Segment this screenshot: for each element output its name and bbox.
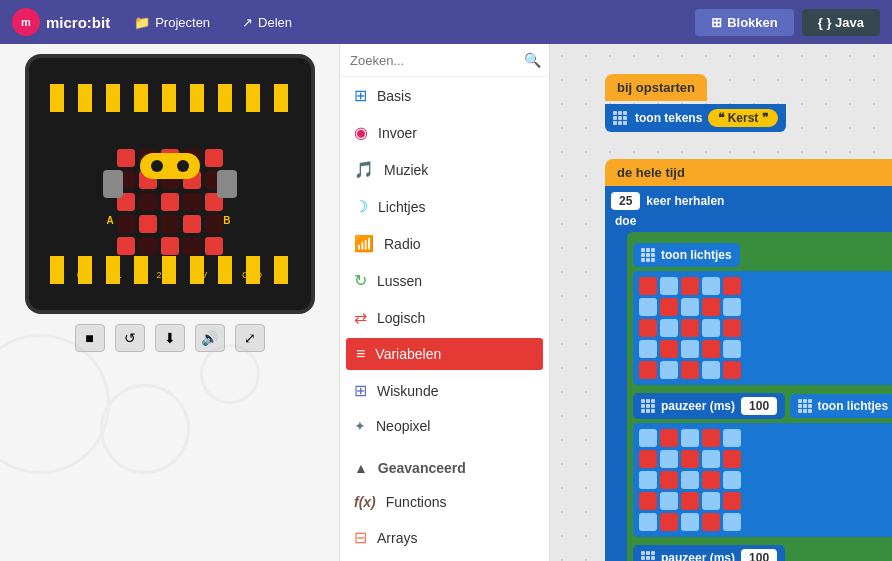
ld-r1c4 <box>702 277 720 295</box>
wiskunde-icon: ⊞ <box>354 381 367 400</box>
led-4-1 <box>139 237 157 255</box>
toolbox-advanced-header[interactable]: ▲ Geavanceerd <box>340 451 549 485</box>
blocks-icon: ⊞ <box>711 15 722 30</box>
lichtjes-icon: ☽ <box>354 197 368 216</box>
toolbox-item-neopixel[interactable]: ✦ Neopixel <box>340 409 549 443</box>
top-navigation: m micro:bit 📁 Projecten ↗ Delen ⊞ Blokke… <box>0 0 892 44</box>
tl-grid-icon-1 <box>641 248 655 262</box>
projects-nav-btn[interactable]: 📁 Projecten <box>126 11 218 34</box>
ld-r5c3 <box>681 361 699 379</box>
toon-lichtjes-label-2: toon lichtjes <box>818 399 889 413</box>
toolbox-item-functions[interactable]: f(x) Functions <box>340 485 549 519</box>
ld-r2c3 <box>681 298 699 316</box>
toolbox-item-logisch[interactable]: ⇄ Logisch <box>340 299 549 336</box>
ld-r4c3 <box>681 340 699 358</box>
toon-tekens-block[interactable]: toon tekens ❝ Kerst ❞ <box>605 104 786 132</box>
variabelen-icon: ≡ <box>356 345 365 363</box>
invoer-icon: ◉ <box>354 123 368 142</box>
ld-r1c2 <box>660 277 678 295</box>
led-2-3 <box>183 193 201 211</box>
toolbox-panel: 🔍 ⊞ Basis ◉ Invoer 🎵 Muziek ☽ Lichtjes 📶… <box>340 44 550 561</box>
led-3-3 <box>183 215 201 233</box>
java-button[interactable]: { } Java <box>802 9 880 36</box>
ld-r3c2 <box>660 319 678 337</box>
label-a: A <box>107 215 114 226</box>
led-grid-display-1 <box>633 271 892 385</box>
wiskunde-label: Wiskunde <box>377 383 438 399</box>
toolbox-item-wiskunde[interactable]: ⊞ Wiskunde <box>340 372 549 409</box>
ld-r5c1 <box>639 361 657 379</box>
keer-herhalen-row: 25 keer herhalen <box>611 192 892 210</box>
pauzeer-label-1: pauzeer (ms) <box>661 399 735 413</box>
toolbox-item-lichtjes[interactable]: ☽ Lichtjes <box>340 188 549 225</box>
block-group-opstarten[interactable]: bij opstarten toon tekens ❝ Kerst ❞ <box>605 74 892 132</box>
wm-circle-1 <box>0 334 110 474</box>
led-0-0 <box>117 149 135 167</box>
toolbox-item-lussen[interactable]: ↻ Lussen <box>340 262 549 299</box>
workspace[interactable]: bij opstarten toon tekens ❝ Kerst ❞ <box>550 44 892 561</box>
pin-gnd: GND <box>242 270 262 280</box>
folder-icon: 📁 <box>134 15 150 30</box>
toon-lichtjes-block-1[interactable]: toon lichtjes <box>633 243 740 267</box>
microbit-simulator: A B 0 1 2 3V GND <box>25 54 315 314</box>
ld-r3c4 <box>702 319 720 337</box>
keer-herhalen-label: keer herhalen <box>646 194 724 208</box>
bij-opstarten-label: bij opstarten <box>617 80 695 95</box>
toolbox-item-radio[interactable]: 📶 Radio <box>340 225 549 262</box>
led-4-3 <box>183 237 201 255</box>
ld-r3c1 <box>639 319 657 337</box>
logisch-icon: ⇄ <box>354 308 367 327</box>
bij-opstarten-block[interactable]: bij opstarten <box>605 74 707 101</box>
button-b[interactable] <box>217 170 237 198</box>
simulator-panel: A B 0 1 2 3V GND ■ ↺ <box>0 44 340 561</box>
toolbox-item-variabelen[interactable]: ≡ Variabelen <box>346 338 543 370</box>
ld-r4c2 <box>660 340 678 358</box>
pauzeer-value-1: 100 <box>741 397 777 415</box>
ld-r1c3 <box>681 277 699 295</box>
neopixel-icon: ✦ <box>354 418 366 434</box>
toolbox-item-arrays[interactable]: ⊟ Arrays <box>340 519 549 556</box>
eye-right <box>177 160 189 172</box>
block-group-hele-tijd[interactable]: de hele tijd 25 keer herhalen doe <box>605 159 892 561</box>
pin-2: 2 <box>156 270 161 280</box>
chevron-right-icon: ▲ <box>354 460 368 476</box>
radio-label: Radio <box>384 236 421 252</box>
delen-nav-btn[interactable]: ↗ Delen <box>234 11 300 34</box>
search-input[interactable] <box>350 53 518 68</box>
muziek-icon: 🎵 <box>354 160 374 179</box>
functions-icon: f(x) <box>354 494 376 510</box>
functions-label: Functions <box>386 494 447 510</box>
button-a[interactable] <box>103 170 123 198</box>
led-0-4 <box>205 149 223 167</box>
ld-r4c1 <box>639 340 657 358</box>
ld-r5c4 <box>702 361 720 379</box>
led-3-2 <box>161 215 179 233</box>
arrays-icon: ⊟ <box>354 528 367 547</box>
outer-blue-wrapper: 25 keer herhalen doe <box>605 186 892 561</box>
toolbox-item-invoer[interactable]: ◉ Invoer <box>340 114 549 151</box>
advanced-label: Geavanceerd <box>378 460 466 476</box>
led-3-4 <box>205 215 223 233</box>
de-hele-tijd-block[interactable]: de hele tijd <box>605 159 892 186</box>
pauzeer-block-2[interactable]: pauzeer (ms) 100 <box>633 545 785 561</box>
variabelen-label: Variabelen <box>375 346 441 362</box>
tl-grid-icon-2 <box>798 399 812 413</box>
toolbox-item-muziek[interactable]: 🎵 Muziek <box>340 151 549 188</box>
logo-icon: m <box>12 8 40 36</box>
led-4-0 <box>117 237 135 255</box>
label-b: B <box>223 215 230 226</box>
green-block-wrapper: toon lichtjes <box>627 232 892 561</box>
pauzeer-label-2: pauzeer (ms) <box>661 551 735 561</box>
pauzeer-block-1[interactable]: pauzeer (ms) 100 <box>633 393 785 419</box>
delen-label: Delen <box>258 15 292 30</box>
blokken-button[interactable]: ⊞ Blokken <box>695 9 794 36</box>
pauzeer-grid-icon-1 <box>641 399 655 413</box>
led-2-1 <box>139 193 157 211</box>
muziek-label: Muziek <box>384 162 428 178</box>
microbit-center: A B <box>50 112 290 256</box>
ld-r4c5 <box>723 340 741 358</box>
toon-lichtjes-block-2[interactable]: toon lichtjes <box>790 394 892 418</box>
pauzeer-grid-icon-2 <box>641 551 655 561</box>
toolbox-item-basis[interactable]: ⊞ Basis <box>340 77 549 114</box>
toolbox-item-tekst[interactable]: T Tekst <box>340 556 549 561</box>
